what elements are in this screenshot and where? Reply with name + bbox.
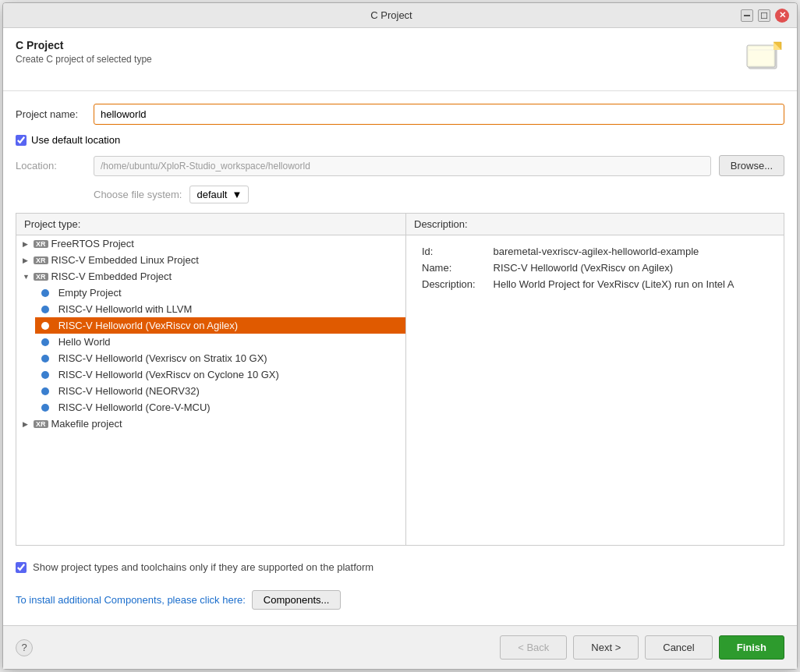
header-subtitle: Create C project of selected type — [16, 54, 152, 65]
tree-item-riscv-embedded-label: RISC-V Embedded Project — [51, 271, 172, 282]
tree-item-llvm[interactable]: RISC-V Helloworld with LLVM — [35, 301, 405, 317]
riscv-embedded-children: Empty Project RISC-V Helloworld with LLV… — [16, 285, 405, 416]
bullet-icon — [41, 404, 49, 412]
svg-rect-1 — [761, 12, 767, 19]
bullet-icon — [41, 387, 49, 395]
tree-item-vexriscv-agilex[interactable]: RISC-V Helloworld (VexRiscv on Agilex) — [35, 317, 405, 334]
xr-badge: XR — [34, 420, 48, 428]
cancel-button[interactable]: Cancel — [645, 635, 712, 660]
xr-badge: XR — [34, 240, 48, 248]
close-button[interactable]: ✕ — [775, 9, 789, 23]
header-title: C Project — [16, 39, 152, 51]
chevron-down-icon: ▼ — [232, 189, 242, 200]
help-button[interactable]: ? — [16, 639, 33, 656]
tree-item-core-v-mcu[interactable]: RISC-V Helloworld (Core-V-MCU) — [35, 399, 405, 416]
minimize-button[interactable] — [741, 9, 753, 22]
project-type-tree: ▶ XR FreeRTOS Project ▶ XR RISC-V Embedd… — [16, 235, 405, 545]
window-title: C Project — [42, 9, 741, 21]
location-label: Location: — [16, 160, 86, 172]
xr-badge: XR — [34, 273, 48, 281]
footer-right: < Back Next > Cancel Finish — [500, 635, 784, 660]
finish-button[interactable]: Finish — [719, 635, 784, 660]
tree-item-vexriscv-agilex-label: RISC-V Helloworld (VexRiscv on Agilex) — [58, 320, 238, 331]
filesystem-value: default — [196, 189, 227, 200]
tree-item-hello-world-label: Hello World — [58, 336, 111, 348]
tree-item-riscv-linux[interactable]: ▶ XR RISC-V Embedded Linux Project — [16, 252, 405, 268]
arrow-icon: ▶ — [23, 420, 30, 428]
titlebar: C Project ✕ — [3, 3, 797, 28]
show-supported-checkbox[interactable] — [16, 562, 27, 573]
filesystem-select[interactable]: default ▼ — [189, 186, 249, 203]
main-window: C Project ✕ C Project Create C project o… — [2, 2, 798, 670]
description-content: Id: baremetal-vexriscv-agilex-helloworld… — [406, 235, 784, 545]
footer-left: ? — [16, 639, 33, 656]
location-input[interactable] — [94, 156, 711, 176]
footer: ? < Back Next > Cancel Finish — [3, 625, 797, 669]
arrow-icon: ▶ — [23, 240, 30, 248]
filesystem-label: Choose file system: — [94, 189, 182, 200]
content-area: Project name: Use default location Locat… — [3, 91, 797, 625]
tree-item-cyclone10-label: RISC-V Helloworld (VexRiscv on Cyclone 1… — [58, 369, 279, 380]
tree-item-stratix10-label: RISC-V Helloworld (Vexriscv on Stratix 1… — [58, 352, 267, 364]
svg-rect-0 — [744, 15, 750, 16]
desc-desc-value: Hello World Project for VexRiscv (LiteX)… — [489, 276, 773, 292]
tree-item-freertos[interactable]: ▶ XR FreeRTOS Project — [16, 235, 405, 252]
bullet-icon — [41, 306, 49, 313]
desc-name-value: RISC-V Helloworld (VexRiscv on Agilex) — [489, 260, 773, 276]
maximize-button[interactable] — [758, 9, 770, 22]
arrow-icon: ▼ — [23, 273, 30, 281]
tree-item-hello-world[interactable]: Hello World — [35, 334, 405, 350]
location-row: Location: Browse... — [16, 155, 784, 176]
bullet-icon — [41, 322, 49, 330]
bullet-icon — [41, 338, 49, 346]
project-type-header: Project type: — [16, 214, 405, 235]
use-default-location-label: Use default location — [31, 134, 120, 146]
tree-item-riscv-embedded[interactable]: ▼ XR RISC-V Embedded Project — [16, 268, 405, 285]
window-controls: ✕ — [741, 9, 789, 23]
desc-name-label: Name: — [417, 260, 489, 276]
project-name-row: Project name: — [16, 104, 784, 125]
next-button[interactable]: Next > — [573, 635, 639, 660]
desc-id-value: baremetal-vexriscv-agilex-helloworld-exa… — [489, 243, 773, 260]
project-name-input[interactable] — [94, 104, 784, 125]
arrow-icon: ▶ — [23, 256, 30, 264]
tree-item-llvm-label: RISC-V Helloworld with LLVM — [58, 303, 193, 315]
desc-id-label: Id: — [417, 243, 489, 260]
tree-item-makefile[interactable]: ▶ XR Makefile project — [16, 416, 405, 432]
header-text: C Project Create C project of selected t… — [16, 39, 152, 65]
project-name-label: Project name: — [16, 108, 86, 120]
use-default-location-row: Use default location — [16, 134, 784, 146]
tree-item-core-v-mcu-label: RISC-V Helloworld (Core-V-MCU) — [58, 401, 211, 413]
show-supported-label: Show project types and toolchains only i… — [33, 561, 373, 573]
xr-badge: XR — [34, 256, 48, 264]
bottom-options-row: Show project types and toolchains only i… — [16, 555, 784, 576]
tree-item-makefile-label: Makefile project — [51, 418, 122, 430]
tree-item-riscv-linux-label: RISC-V Embedded Linux Project — [51, 254, 199, 266]
browse-button[interactable]: Browse... — [719, 155, 784, 176]
bullet-icon — [41, 289, 49, 297]
tree-item-neorv32-label: RISC-V Helloworld (NEORV32) — [58, 385, 200, 397]
tree-item-freertos-label: FreeRTOS Project — [51, 238, 134, 249]
tree-item-empty[interactable]: Empty Project — [35, 285, 405, 301]
header-section: C Project Create C project of selected t… — [3, 28, 797, 91]
components-button[interactable]: Components... — [252, 590, 342, 610]
tree-item-stratix10[interactable]: RISC-V Helloworld (Vexriscv on Stratix 1… — [35, 350, 405, 366]
desc-desc-label: Description: — [417, 276, 489, 292]
header-icon — [744, 39, 784, 80]
description-panel: Description: Id: baremetal-vexriscv-agil… — [406, 214, 784, 545]
panels-row: Project type: ▶ XR FreeRTOS Project ▶ XR… — [16, 213, 784, 546]
use-default-location-checkbox[interactable] — [16, 135, 27, 146]
project-type-panel: Project type: ▶ XR FreeRTOS Project ▶ XR… — [16, 214, 406, 545]
svg-rect-6 — [749, 47, 773, 65]
components-text: To install additional Components, please… — [16, 594, 246, 606]
filesystem-row: Choose file system: default ▼ — [16, 186, 784, 203]
tree-item-empty-label: Empty Project — [58, 287, 122, 299]
bullet-icon — [41, 355, 49, 363]
tree-item-cyclone10[interactable]: RISC-V Helloworld (VexRiscv on Cyclone 1… — [35, 366, 405, 383]
back-button[interactable]: < Back — [500, 635, 567, 660]
components-row: To install additional Components, please… — [16, 585, 784, 613]
bullet-icon — [41, 371, 49, 379]
description-header: Description: — [406, 214, 784, 235]
tree-item-neorv32[interactable]: RISC-V Helloworld (NEORV32) — [35, 383, 405, 399]
